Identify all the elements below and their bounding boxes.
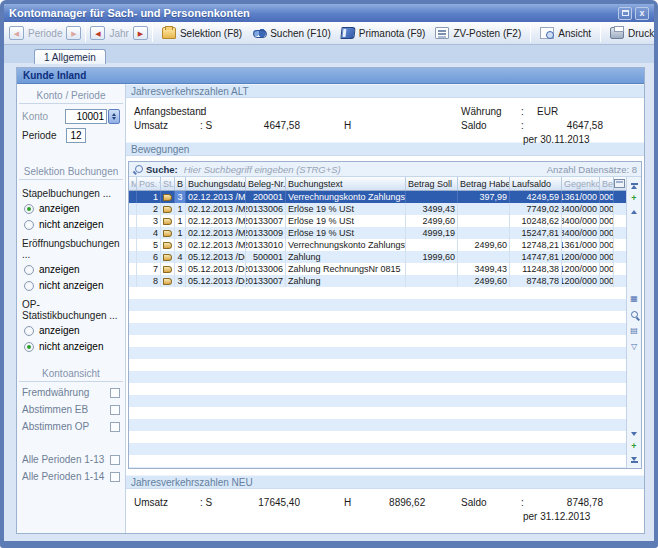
haben-prefix: H: [344, 120, 351, 131]
main-area: Jahresverkehrszahlen ALT Anfangsbestand …: [126, 84, 644, 533]
colon: :: [200, 106, 222, 117]
selektion-button[interactable]: Selektion (F8): [157, 25, 247, 41]
cell-datum: 02.12.2013 /Mo: [186, 215, 246, 227]
empty-row: [129, 371, 626, 383]
table-row[interactable]: 6405.12.2013 /Do500001Zahlung1999,601474…: [129, 251, 626, 263]
column-header-m[interactable]: M: [129, 177, 137, 190]
toolbar-separator: [530, 25, 531, 42]
cell-m: [129, 203, 137, 215]
cell-saldo: 8748,78: [510, 275, 562, 287]
konto-input[interactable]: [65, 109, 107, 124]
table-row[interactable]: 3102.12.2013 /Mo20133007Erlöse 19 % USt2…: [129, 215, 626, 227]
umsatz-soll-value: 4647,58: [222, 120, 300, 131]
periode-prev-button[interactable]: ◀: [9, 26, 24, 40]
periode-input[interactable]: [66, 128, 86, 143]
close-icon: x: [639, 9, 644, 18]
zoom-icon[interactable]: [629, 309, 640, 320]
selektion-button-label: Selektion (F8): [180, 28, 242, 39]
jahr-next-button[interactable]: ▶: [133, 26, 148, 40]
zv-posten-button[interactable]: ZV-Posten (F2): [430, 25, 526, 41]
columns-icon[interactable]: ▦: [629, 293, 640, 304]
primanota-icon: [163, 206, 172, 213]
first-record-button[interactable]: [629, 180, 640, 191]
cell-m: [129, 263, 137, 275]
scroll-up-button[interactable]: [629, 206, 640, 217]
drucken-button[interactable]: Drucken: [605, 25, 658, 41]
cell-soll: [406, 263, 458, 275]
column-chooser-icon[interactable]: [614, 179, 625, 188]
waehrung-label: Währung: [461, 106, 521, 117]
toolbar-separator: [152, 25, 153, 42]
table-row[interactable]: 2102.12.2013 /Mo20133006Erlöse 19 % USt3…: [129, 203, 626, 215]
cell-b: 4: [175, 251, 186, 263]
last-record-button[interactable]: [629, 454, 640, 465]
column-header-b[interactable]: B: [175, 177, 186, 190]
table-row[interactable]: 8305.12.2013 /Do20133007Zahlung2499,6087…: [129, 275, 626, 287]
colon: :: [521, 106, 537, 117]
check-alle-perioden-14[interactable]: Alle Perioden 1-14: [22, 471, 120, 482]
column-header-datum[interactable]: Buchungsdatum: [186, 177, 246, 190]
cell-beleg: 20133009: [246, 227, 286, 239]
cell-gegen: 1200/000: [562, 275, 600, 287]
check-fremdwaehrung[interactable]: Fremdwährung: [22, 387, 120, 398]
list-icon[interactable]: ▤: [629, 325, 640, 336]
checkbox-label: Alle Perioden 1-13: [22, 454, 104, 465]
column-header-haben[interactable]: Betrag Haben: [458, 177, 510, 190]
window-title: Kontomanager für Sach- und Personenkonte…: [9, 7, 615, 19]
table-row[interactable]: 1302.12.2013 /Mo200001Verrechnungskonto …: [129, 191, 626, 203]
column-header-saldo[interactable]: Laufsaldo: [510, 177, 562, 190]
suchen-button[interactable]: Suchen (F10): [247, 25, 336, 41]
cell-text: Zahlung RechnungsNr 0815: [286, 263, 406, 275]
cell-haben: 2499,60: [458, 275, 510, 287]
search-input[interactable]: Hier Suchbegriff eingeben (STRG+S): [184, 164, 547, 175]
table-row[interactable]: 5302.12.2013 /Mo20133010Verrechnungskont…: [129, 239, 626, 251]
radio-eroeffnung-anzeigen[interactable]: anzeigen: [24, 264, 120, 275]
cell-pos: 3: [137, 215, 161, 227]
radio-stapel-nicht-anzeigen[interactable]: nicht anzeigen: [24, 219, 120, 230]
cell-soll: 3499,43: [406, 203, 458, 215]
restore-window-button[interactable]: [618, 7, 632, 20]
konto-lookup-button[interactable]: [108, 109, 120, 124]
anfangsbestand-label: Anfangsbestand: [134, 106, 200, 117]
page-down-button[interactable]: +: [629, 441, 640, 452]
column-header-soll[interactable]: Betrag Soll: [406, 177, 458, 190]
check-abstimmen-op[interactable]: Abstimmen OP: [22, 421, 120, 432]
page-up-button[interactable]: +: [629, 193, 640, 204]
column-header-text[interactable]: Buchungstext: [286, 177, 406, 190]
cell-gegen: 1361/000: [562, 191, 600, 203]
close-window-button[interactable]: x: [635, 7, 649, 20]
table-row[interactable]: 7305.12.2013 /Do20133006Zahlung Rechnung…: [129, 263, 626, 275]
column-header-st[interactable]: St.: [161, 177, 175, 190]
filter-icon[interactable]: ▽: [629, 341, 640, 352]
radio-icon: [24, 265, 34, 275]
binoculars-icon: [252, 27, 266, 39]
cell-m: [129, 239, 137, 251]
ansicht-button[interactable]: Ansicht: [535, 25, 596, 41]
checkbox-icon: [110, 455, 120, 465]
table-header-row: MPos.St.BBuchungsdatumBeleg-Nr.Buchungst…: [129, 177, 626, 191]
jahr-prev-button[interactable]: ◀: [90, 26, 105, 40]
table-row[interactable]: 4102.12.2013 /Mo20133009Erlöse 19 % USt4…: [129, 227, 626, 239]
scroll-down-button[interactable]: [629, 428, 640, 439]
check-alle-perioden-13[interactable]: Alle Perioden 1-13: [22, 454, 120, 465]
toolbar-separator: [85, 25, 86, 42]
periode-next-button[interactable]: ▶: [66, 26, 81, 40]
tab-allgemein[interactable]: 1 Allgemein: [34, 49, 106, 64]
radio-op-anzeigen[interactable]: anzeigen: [24, 325, 120, 336]
radio-stapel-anzeigen[interactable]: anzeigen: [24, 203, 120, 214]
column-header-pos[interactable]: Pos.: [137, 177, 161, 190]
cell-b: 1: [175, 227, 186, 239]
radio-op-nicht-anzeigen[interactable]: nicht anzeigen: [24, 341, 120, 352]
primanota-button[interactable]: Primanota (F9): [336, 25, 431, 41]
column-header-be[interactable]: Be: [600, 177, 614, 190]
column-header-beleg[interactable]: Beleg-Nr.: [246, 177, 286, 190]
radio-label: nicht anzeigen: [39, 341, 104, 352]
arrow-right-icon: ▶: [138, 30, 143, 37]
column-header-gegen[interactable]: Gegenkonto: [562, 177, 600, 190]
cell-soll: [406, 191, 458, 203]
search-bar[interactable]: Suche: Hier Suchbegriff eingeben (STRG+S…: [129, 162, 641, 177]
jahresverkehrszahlen-alt-header: Jahresverkehrszahlen ALT: [126, 84, 644, 98]
radio-eroeffnung-nicht-anzeigen[interactable]: nicht anzeigen: [24, 280, 120, 291]
cell-m: [129, 275, 137, 287]
check-abstimmen-eb[interactable]: Abstimmen EB: [22, 404, 120, 415]
